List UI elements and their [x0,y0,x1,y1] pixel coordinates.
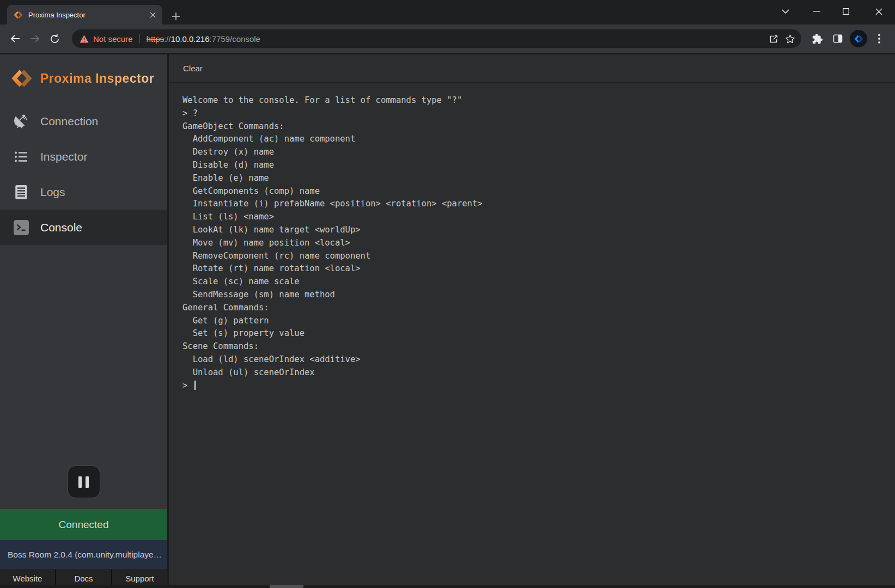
omnibox-divider [139,34,140,44]
sidebar-item-label: Logs [40,186,65,199]
window-minimize-button[interactable] [806,4,827,19]
horizontal-scrollbar-thumb[interactable] [270,585,303,588]
tab-close-icon[interactable] [147,9,158,20]
console-line: Destroy (x) name [182,146,890,159]
clear-button[interactable]: Clear [183,64,203,73]
console-line: SendMessage (sm) name method [182,289,890,302]
url-scheme: https [147,34,165,44]
console-line: RemoveComponent (rc) name component [182,250,890,263]
pause-icon [78,476,82,488]
console-line: Enable (e) name [182,172,890,185]
console-panel: Clear Welcome to the console. For a list… [169,54,895,588]
security-chip[interactable]: Not secure [80,34,133,44]
url-host: 10.0.0.216 [171,34,210,44]
tab-search-chevron-icon[interactable] [775,4,796,19]
proxima-extension-icon[interactable] [848,29,869,48]
sidebar-item-label: Connection [40,115,98,128]
console-line: Instantiate (i) prefabName <position> <r… [182,198,890,211]
console-line: Disable (d) name [182,159,890,172]
browser-toolbar: Not secure https://10.0.0.216:7759/conso… [0,24,895,53]
side-panel-icon[interactable] [827,29,848,48]
browser-titlebar: Proxima Inspector [0,0,895,24]
browser-tab[interactable]: Proxima Inspector [7,5,162,24]
console-toolbar: Clear [169,54,895,83]
console-line: Scale (sc) name scale [182,275,890,289]
sidebar: Proxima Inspector Connection [0,54,169,588]
sidebar-item-logs[interactable]: Logs [0,174,167,210]
back-button[interactable] [5,29,25,48]
console-line: Rotate (rt) name rotation <local> [182,262,890,275]
sidebar-item-label: Console [40,221,82,234]
pause-icon [86,476,89,488]
bookmark-star-icon[interactable] [782,30,798,47]
console-line: LookAt (lk) name target <worldUp> [182,224,890,237]
console-line: Unload (ul) sceneOrIndex [182,366,890,379]
sidebar-nav: Connection Inspector [0,103,167,245]
console-line: > ? [182,107,890,120]
console-line: Load (ld) sceneOrIndex <additive> [182,353,890,366]
console-line: GameObject Commands: [182,120,890,133]
proxima-favicon-icon [14,10,23,20]
pause-button-row [0,465,167,498]
proxima-extension-circle [850,30,867,47]
console-line: List (ls) <name> [182,211,890,224]
sidebar-item-inspector[interactable]: Inspector [0,139,167,174]
console-line: General Commands: [182,302,890,315]
security-label: Not secure [93,34,133,44]
connection-status-badge: Connected [0,509,167,540]
satellite-dish-icon [13,114,29,129]
url-path: :7759/console [210,34,260,44]
new-tab-button[interactable] [169,9,183,23]
sidebar-item-console[interactable]: Console [0,210,167,245]
url-separator: :// [164,34,171,44]
console-line: Move (mv) name position <local> [182,237,890,250]
window-maximize-button[interactable] [835,4,857,19]
pause-button[interactable] [68,465,100,498]
warning-icon [80,35,89,43]
url-text: https://10.0.0.216:7759/console [147,34,765,44]
window-close-button[interactable] [868,4,890,19]
proxima-logo-icon [11,68,33,89]
sidebar-item-label: Inspector [40,150,87,163]
brand-row: Proxima Inspector [0,54,167,89]
proxima-app: Proxima Inspector Connection [0,53,895,588]
horizontal-scrollbar-track[interactable] [0,585,895,588]
console-output: Welcome to the console. For a list of co… [169,83,895,588]
document-lines-icon [13,185,29,200]
console-line: Set (s) property value [182,327,890,340]
extensions-puzzle-icon[interactable] [807,29,827,48]
project-info: Boss Room 2.0.4 (com.unity.multiplaye… [0,540,167,569]
tab-title: Proxima Inspector [28,11,142,19]
share-icon[interactable] [765,30,782,47]
console-prompt-line[interactable]: > [182,379,890,393]
console-line: GetComponents (comp) name [182,185,890,198]
forward-button[interactable] [25,29,45,48]
console-line: Get (g) pattern [182,315,890,328]
reload-button[interactable] [45,29,64,48]
list-icon [13,150,29,163]
brand-title: Proxima Inspector [40,71,154,86]
address-bar[interactable]: Not secure https://10.0.0.216:7759/conso… [72,29,801,48]
sidebar-item-connection[interactable]: Connection [0,103,167,139]
console-line: Welcome to the console. For a list of co… [182,94,890,107]
sidebar-spacer [0,245,167,465]
console-line: Scene Commands: [182,340,890,353]
console-line: AddComponent (ac) name component [182,133,890,146]
terminal-icon [13,219,29,236]
text-cursor [194,381,196,390]
browser-menu-kebab-icon[interactable] [869,29,890,48]
